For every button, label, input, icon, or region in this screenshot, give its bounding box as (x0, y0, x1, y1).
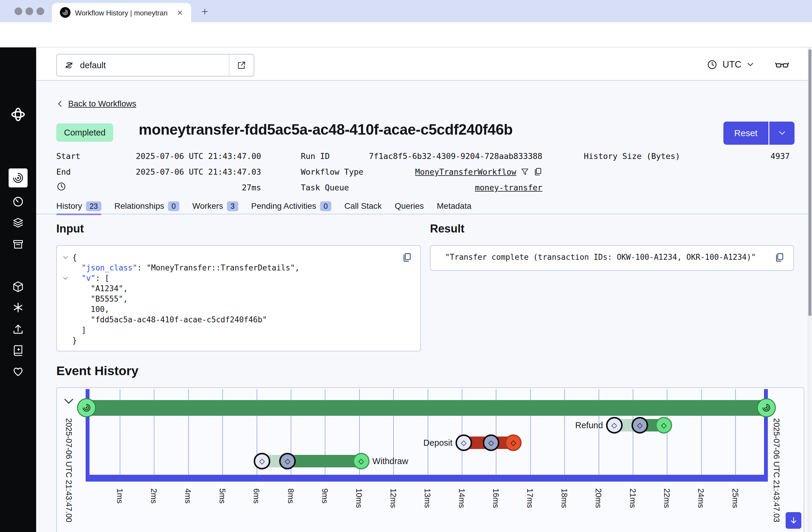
timezone-value: UTC (723, 59, 741, 70)
reset-menu-button[interactable] (768, 122, 795, 145)
temporal-favicon-glyph (62, 9, 69, 16)
scroll-to-bottom-button[interactable] (786, 512, 801, 529)
axis-tick-label: 22ms (662, 488, 671, 508)
copy-icon[interactable] (774, 252, 784, 263)
sidebar-item-workflows[interactable] (9, 168, 28, 187)
detail-label: Run ID (301, 152, 330, 161)
activity-deposit-started-node[interactable]: ◇ (483, 434, 499, 451)
clock-icon (707, 59, 718, 70)
detail-value: 7f1ac8f5-6b32-4309-9204-728aab833388 (369, 152, 542, 161)
tabs-border (36, 214, 812, 214)
workflow-start-node[interactable] (77, 398, 96, 417)
namespace-select[interactable]: default (56, 54, 230, 76)
tab-label: History (56, 201, 82, 211)
page-scrollbar-thumb[interactable] (809, 49, 811, 316)
axis-tick-label: 1ms (115, 488, 124, 504)
window-zoom-button[interactable] (37, 8, 44, 15)
axis-tick-label: 14ms (457, 488, 466, 508)
namespace-value: default (80, 60, 106, 70)
workflow-execution-bar[interactable] (87, 400, 766, 416)
clock-icon (56, 181, 67, 192)
detail-value[interactable]: money-transfer (475, 183, 542, 192)
axis-tick-label: 13ms (423, 488, 432, 508)
json-line: "v": [ (57, 273, 420, 283)
activity-refund-started-node[interactable]: ◇ (632, 417, 648, 434)
chevron-down-icon (778, 129, 786, 138)
external-link-icon (236, 60, 247, 70)
tab-label: Queries (395, 201, 424, 211)
axis-tick-label: 9ms (320, 488, 329, 504)
sidebar-item-archive[interactable] (12, 238, 25, 251)
tab-history[interactable]: History23 (56, 198, 101, 214)
json-line: "B5555", (57, 294, 420, 304)
reset-button[interactable]: Reset (723, 122, 768, 145)
tab-badge: 0 (168, 201, 179, 211)
back-to-workflows-link[interactable]: Back to Workflows (56, 99, 136, 109)
axis-tick-label: 17ms (525, 488, 534, 508)
axis-tick-label: 10ms (354, 488, 363, 508)
sidebar-item-nexus[interactable] (12, 301, 25, 314)
json-line: "A1234", (57, 283, 420, 294)
sidebar-item-docs[interactable] (12, 344, 25, 357)
workflows-icon (12, 171, 25, 184)
activity-deposit-scheduled-node[interactable]: ◇ (455, 434, 472, 451)
tab-call-stack[interactable]: Call Stack (344, 198, 382, 214)
tab-badge: 3 (227, 201, 238, 211)
tab-close-icon[interactable] (176, 9, 184, 16)
activity-label-refund: Refund (575, 420, 603, 431)
axis-tick-label: 5ms (218, 488, 227, 504)
tab-label: Pending Activities (251, 201, 316, 211)
workflow-end-node[interactable] (757, 398, 776, 417)
detail-label: History Size (Bytes) (584, 152, 680, 161)
sidebar-item-batch-operations[interactable] (12, 216, 25, 229)
detail-value[interactable]: MoneyTransferWorkflow (415, 167, 516, 177)
chevron-down-icon (746, 60, 754, 69)
activity-withdraw-completed-node[interactable]: ◇ (353, 453, 369, 470)
tab-badge: 0 (320, 201, 331, 211)
new-tab-icon[interactable] (200, 7, 209, 16)
timezone-select[interactable]: UTC (707, 56, 754, 73)
tab-workers[interactable]: Workers3 (192, 198, 238, 214)
activity-withdraw-running-bar (288, 455, 361, 467)
sidebar-item-feedback[interactable] (12, 365, 25, 378)
namespace-open-button[interactable] (229, 54, 254, 76)
tab-queries[interactable]: Queries (395, 198, 424, 214)
window-close-button[interactable] (15, 8, 22, 15)
detail-value: 2025-07-06 UTC 21:43:47.00 (136, 152, 261, 161)
sidebar-item-import[interactable] (12, 323, 25, 336)
tab-metadata[interactable]: Metadata (437, 198, 472, 214)
detail-row-history-size-bytes-: History Size (Bytes)4937 (584, 150, 790, 162)
tab-relationships[interactable]: Relationships0 (114, 198, 179, 214)
event-history-heading: Event History (56, 364, 139, 378)
temporal-logo-icon[interactable] (10, 107, 26, 122)
detail-value: 2025-07-06 UTC 21:43:47.03 (136, 167, 261, 177)
sidebar-item-schedules[interactable] (12, 195, 25, 208)
tab-pending-activities[interactable]: Pending Activities0 (251, 198, 331, 214)
result-heading: Result (430, 222, 464, 235)
activity-refund-completed-node[interactable]: ◇ (655, 417, 672, 434)
activity-deposit-completed-node[interactable]: ◇ (505, 434, 522, 451)
detail-row-run-id: Run ID7f1ac8f5-6b32-4309-9204-728aab8333… (301, 150, 542, 162)
sidebar-item-namespaces[interactable] (12, 280, 25, 293)
activity-refund-scheduled-node[interactable]: ◇ (606, 417, 623, 434)
browser-tabstrip: Workflow History | moneytran (0, 0, 812, 22)
browser-tab[interactable]: Workflow History | moneytran (52, 3, 191, 22)
result-value: "Transfer complete (transaction IDs: OKW… (445, 253, 756, 262)
event-history-timeline: 1ms2ms4ms5ms6ms8ms9ms10ms12ms13ms14ms16m… (56, 387, 804, 532)
app-sidebar: 2.34.0 (0, 47, 36, 532)
copy-icon[interactable] (402, 252, 412, 263)
axis-tick-label: 4ms (183, 488, 192, 504)
json-collapse-icon[interactable] (62, 275, 69, 282)
json-collapse-icon[interactable] (62, 254, 69, 261)
activity-withdraw-scheduled-node[interactable]: ◇ (254, 453, 270, 470)
timeline-end-time: 2025-07-06 UTC 21:43:47.03 (772, 418, 781, 522)
timeline-collapse-icon[interactable] (62, 395, 75, 408)
tab-badge: 23 (86, 201, 101, 211)
window-minimize-button[interactable] (26, 8, 33, 15)
glasses-labs-icon[interactable] (774, 58, 790, 72)
detail-label: End (56, 167, 71, 177)
arrow-down-icon (789, 516, 798, 525)
activity-label-deposit: Deposit (423, 437, 452, 448)
funnel-icon[interactable] (520, 167, 529, 176)
copy-icon[interactable] (534, 167, 542, 176)
